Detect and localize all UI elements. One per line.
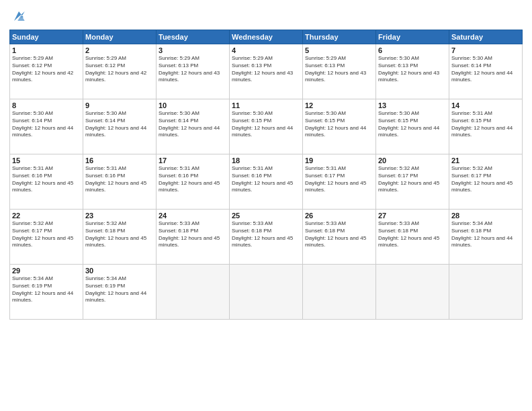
day-info: Sunrise: 5:31 AMSunset: 6:16 PMDaylight:… <box>159 165 227 194</box>
week-row-1: 1Sunrise: 5:29 AMSunset: 6:12 PMDaylight… <box>10 44 523 99</box>
day-info: Sunrise: 5:34 AMSunset: 6:18 PMDaylight:… <box>451 220 520 249</box>
day-cell-8: 8Sunrise: 5:30 AMSunset: 6:14 PMDaylight… <box>10 99 83 154</box>
day-number: 11 <box>232 101 300 109</box>
day-info: Sunrise: 5:29 AMSunset: 6:13 PMDaylight:… <box>159 55 227 84</box>
header <box>9 7 523 26</box>
day-cell-28: 28Sunrise: 5:34 AMSunset: 6:18 PMDayligh… <box>449 210 523 265</box>
day-cell-19: 19Sunrise: 5:31 AMSunset: 6:17 PMDayligh… <box>303 154 376 210</box>
day-cell-2: 2Sunrise: 5:29 AMSunset: 6:12 PMDaylight… <box>83 44 157 99</box>
day-cell-empty <box>449 265 523 320</box>
day-cell-6: 6Sunrise: 5:30 AMSunset: 6:13 PMDaylight… <box>376 44 449 99</box>
day-info: Sunrise: 5:31 AMSunset: 6:15 PMDaylight:… <box>451 110 520 139</box>
day-info: Sunrise: 5:33 AMSunset: 6:18 PMDaylight:… <box>378 220 447 249</box>
day-number: 28 <box>451 212 520 220</box>
day-info: Sunrise: 5:32 AMSunset: 6:17 PMDaylight:… <box>451 165 520 194</box>
day-number: 7 <box>451 46 520 54</box>
day-number: 5 <box>305 46 373 54</box>
day-cell-11: 11Sunrise: 5:30 AMSunset: 6:15 PMDayligh… <box>230 99 303 154</box>
day-number: 29 <box>12 267 81 275</box>
col-header-thursday: Thursday <box>303 30 376 44</box>
day-cell-12: 12Sunrise: 5:30 AMSunset: 6:15 PMDayligh… <box>303 99 376 154</box>
day-number: 25 <box>232 212 300 220</box>
day-cell-26: 26Sunrise: 5:33 AMSunset: 6:18 PMDayligh… <box>303 210 376 265</box>
day-number: 18 <box>232 156 300 165</box>
day-cell-10: 10Sunrise: 5:30 AMSunset: 6:14 PMDayligh… <box>157 99 230 154</box>
day-info: Sunrise: 5:29 AMSunset: 6:13 PMDaylight:… <box>232 55 300 84</box>
day-number: 12 <box>305 101 373 109</box>
week-row-4: 22Sunrise: 5:32 AMSunset: 6:17 PMDayligh… <box>10 210 523 265</box>
day-number: 10 <box>159 101 227 109</box>
day-number: 17 <box>159 156 227 165</box>
day-info: Sunrise: 5:31 AMSunset: 6:16 PMDaylight:… <box>12 165 81 194</box>
col-header-friday: Friday <box>376 30 449 44</box>
day-info: Sunrise: 5:34 AMSunset: 6:19 PMDaylight:… <box>12 275 81 304</box>
day-number: 15 <box>12 156 81 165</box>
day-number: 3 <box>159 46 227 54</box>
day-cell-empty <box>230 265 303 320</box>
day-cell-5: 5Sunrise: 5:29 AMSunset: 6:13 PMDaylight… <box>303 44 376 99</box>
day-info: Sunrise: 5:34 AMSunset: 6:19 PMDaylight:… <box>85 275 154 304</box>
day-cell-22: 22Sunrise: 5:32 AMSunset: 6:17 PMDayligh… <box>10 210 83 265</box>
day-cell-empty <box>303 265 376 320</box>
logo-icon <box>9 7 28 26</box>
day-number: 4 <box>232 46 300 54</box>
day-info: Sunrise: 5:30 AMSunset: 6:14 PMDaylight:… <box>12 110 81 139</box>
day-info: Sunrise: 5:29 AMSunset: 6:12 PMDaylight:… <box>12 55 81 84</box>
day-cell-24: 24Sunrise: 5:33 AMSunset: 6:18 PMDayligh… <box>157 210 230 265</box>
day-info: Sunrise: 5:29 AMSunset: 6:12 PMDaylight:… <box>85 55 154 84</box>
page: SundayMondayTuesdayWednesdayThursdayFrid… <box>0 0 532 411</box>
day-cell-30: 30Sunrise: 5:34 AMSunset: 6:19 PMDayligh… <box>83 265 157 320</box>
day-info: Sunrise: 5:32 AMSunset: 6:17 PMDaylight:… <box>378 165 447 194</box>
calendar-table: SundayMondayTuesdayWednesdayThursdayFrid… <box>9 30 523 320</box>
day-number: 1 <box>12 46 81 54</box>
day-info: Sunrise: 5:31 AMSunset: 6:17 PMDaylight:… <box>305 165 373 194</box>
col-header-wednesday: Wednesday <box>230 30 303 44</box>
day-number: 16 <box>85 156 154 165</box>
col-header-sunday: Sunday <box>10 30 83 44</box>
day-cell-17: 17Sunrise: 5:31 AMSunset: 6:16 PMDayligh… <box>157 154 230 210</box>
day-number: 14 <box>451 101 520 109</box>
week-row-3: 15Sunrise: 5:31 AMSunset: 6:16 PMDayligh… <box>10 154 523 210</box>
day-number: 9 <box>85 101 154 109</box>
day-number: 27 <box>378 212 447 220</box>
day-cell-14: 14Sunrise: 5:31 AMSunset: 6:15 PMDayligh… <box>449 99 523 154</box>
header-row: SundayMondayTuesdayWednesdayThursdayFrid… <box>10 30 523 44</box>
logo <box>9 7 31 26</box>
day-cell-1: 1Sunrise: 5:29 AMSunset: 6:12 PMDaylight… <box>10 44 83 99</box>
day-number: 20 <box>378 156 447 165</box>
day-cell-23: 23Sunrise: 5:32 AMSunset: 6:18 PMDayligh… <box>83 210 157 265</box>
day-info: Sunrise: 5:33 AMSunset: 6:18 PMDaylight:… <box>159 220 227 249</box>
day-info: Sunrise: 5:30 AMSunset: 6:14 PMDaylight:… <box>85 110 154 139</box>
day-cell-21: 21Sunrise: 5:32 AMSunset: 6:17 PMDayligh… <box>449 154 523 210</box>
day-info: Sunrise: 5:30 AMSunset: 6:14 PMDaylight:… <box>451 55 520 84</box>
day-info: Sunrise: 5:33 AMSunset: 6:18 PMDaylight:… <box>232 220 300 249</box>
col-header-monday: Monday <box>83 30 157 44</box>
day-info: Sunrise: 5:30 AMSunset: 6:15 PMDaylight:… <box>232 110 300 139</box>
day-cell-7: 7Sunrise: 5:30 AMSunset: 6:14 PMDaylight… <box>449 44 523 99</box>
day-cell-4: 4Sunrise: 5:29 AMSunset: 6:13 PMDaylight… <box>230 44 303 99</box>
day-info: Sunrise: 5:32 AMSunset: 6:18 PMDaylight:… <box>85 220 154 249</box>
day-cell-29: 29Sunrise: 5:34 AMSunset: 6:19 PMDayligh… <box>10 265 83 320</box>
day-info: Sunrise: 5:30 AMSunset: 6:13 PMDaylight:… <box>378 55 447 84</box>
day-number: 23 <box>85 212 154 220</box>
day-info: Sunrise: 5:30 AMSunset: 6:15 PMDaylight:… <box>378 110 447 139</box>
day-number: 26 <box>305 212 373 220</box>
week-row-2: 8Sunrise: 5:30 AMSunset: 6:14 PMDaylight… <box>10 99 523 154</box>
day-info: Sunrise: 5:31 AMSunset: 6:16 PMDaylight:… <box>232 165 300 194</box>
day-number: 13 <box>378 101 447 109</box>
col-header-tuesday: Tuesday <box>157 30 230 44</box>
day-number: 24 <box>159 212 227 220</box>
day-number: 19 <box>305 156 373 165</box>
day-cell-27: 27Sunrise: 5:33 AMSunset: 6:18 PMDayligh… <box>376 210 449 265</box>
day-cell-13: 13Sunrise: 5:30 AMSunset: 6:15 PMDayligh… <box>376 99 449 154</box>
week-row-5: 29Sunrise: 5:34 AMSunset: 6:19 PMDayligh… <box>10 265 523 320</box>
day-cell-empty <box>376 265 449 320</box>
day-cell-18: 18Sunrise: 5:31 AMSunset: 6:16 PMDayligh… <box>230 154 303 210</box>
day-info: Sunrise: 5:32 AMSunset: 6:17 PMDaylight:… <box>12 220 81 249</box>
day-cell-3: 3Sunrise: 5:29 AMSunset: 6:13 PMDaylight… <box>157 44 230 99</box>
day-number: 2 <box>85 46 154 54</box>
day-number: 22 <box>12 212 81 220</box>
day-cell-25: 25Sunrise: 5:33 AMSunset: 6:18 PMDayligh… <box>230 210 303 265</box>
day-cell-20: 20Sunrise: 5:32 AMSunset: 6:17 PMDayligh… <box>376 154 449 210</box>
day-number: 21 <box>451 156 520 165</box>
